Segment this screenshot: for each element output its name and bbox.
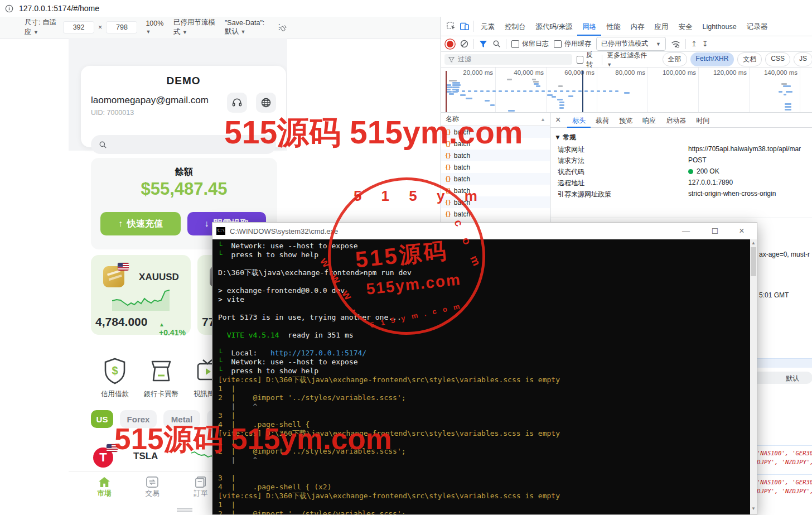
search-icon[interactable]: [492, 40, 501, 48]
details-tab[interactable]: 载荷: [591, 113, 614, 128]
details-tabs: 标头载荷预览响应启动器时间: [567, 113, 714, 128]
us-flag-icon: [118, 263, 129, 271]
close-details-icon[interactable]: ×: [555, 115, 560, 125]
throttling-select[interactable]: 已停用节流模式▼: [596, 37, 666, 51]
request-row[interactable]: {}batch: [441, 161, 550, 173]
market-card-xauusd[interactable]: XAUUSD 4,784.000 ▲ +0.41%: [91, 255, 191, 335]
scroll-up-icon[interactable]: ▲: [750, 240, 757, 246]
devtools-tab[interactable]: Lighthouse: [697, 18, 741, 35]
network-timeline-overview[interactable]: 20,000 ms40,000 ms60,000 ms80,000 ms100,…: [441, 68, 812, 113]
support-button[interactable]: [227, 93, 247, 113]
timeline-activity-bar: [779, 91, 782, 93]
zoom-select[interactable]: 100% ▼: [146, 20, 165, 35]
clear-icon[interactable]: [460, 40, 468, 48]
shortcut-bankcard[interactable]: 銀行卡買幣: [139, 357, 183, 399]
stamp-line1: 515源码: [354, 235, 450, 275]
terminal-line: 1 |: [218, 384, 750, 393]
shortcut-credit[interactable]: $ 信用借款: [93, 357, 137, 399]
default-pill[interactable]: 默认: [749, 372, 812, 384]
timeline-tick-label: 100,000 ms: [652, 69, 696, 76]
terminal-line: [218, 304, 750, 313]
filter-pill[interactable]: 全部: [663, 52, 687, 66]
cmd-scrollbar[interactable]: ▲ ▼: [750, 239, 757, 514]
request-type-pills: 全部Fetch/XHR文档CSSJS: [663, 52, 812, 66]
scroll-down-icon[interactable]: ▼: [750, 506, 757, 511]
details-tab[interactable]: 标头: [567, 113, 591, 128]
timeline-activity-bar: [568, 95, 573, 97]
filter-pill[interactable]: JS: [794, 52, 812, 66]
close-button[interactable]: ×: [729, 223, 755, 239]
details-tab[interactable]: 时间: [691, 113, 714, 128]
nav-market[interactable]: 市場: [85, 477, 124, 498]
timeline-activity-bar: [584, 90, 588, 92]
device-toolbar-menu-icon[interactable]: ⋮: [276, 22, 283, 31]
devtools-tab[interactable]: 内存: [625, 17, 649, 36]
timeline-activity-bar: [784, 94, 786, 95]
down-arrow-icon: ↓: [205, 219, 209, 229]
devtools-tab[interactable]: 安全: [673, 17, 697, 36]
devtools-tab[interactable]: 应用: [649, 17, 673, 36]
record-button[interactable]: [447, 41, 453, 47]
filter-pill[interactable]: 文档: [737, 52, 762, 66]
disable-cache-checkbox[interactable]: 停用缓存: [554, 39, 591, 49]
viewport-height-input[interactable]: 798: [107, 22, 137, 33]
throttle-select[interactable]: 已停用节流模式 ▼: [173, 18, 216, 37]
section-divider: [550, 218, 812, 218]
cmd-titlebar[interactable]: C:\ C:\WINDOWS\system32\cmd.exe — ☐ ×: [212, 223, 757, 239]
details-tab[interactable]: 启动器: [661, 113, 691, 128]
terminal-line: [vite:css] D:\360下载\java\exchange-fronte…: [218, 376, 750, 384]
shield-dollar-icon: $: [102, 357, 128, 385]
inspect-element-icon[interactable]: [446, 21, 456, 31]
more-filters-select[interactable]: 更多过滤条件 ▼: [607, 51, 647, 68]
funnel-icon: [448, 57, 455, 62]
drag-handle[interactable]: [177, 508, 192, 509]
details-tab[interactable]: 预览: [614, 113, 637, 128]
language-button[interactable]: [256, 93, 276, 113]
dimensions-select[interactable]: 尺寸: 自适应 ▼: [25, 18, 59, 37]
scroll-up-icon[interactable]: ▲: [540, 117, 545, 122]
header-row-value: strict-origin-when-cross-origin: [688, 190, 776, 198]
devtools-tab[interactable]: 元素: [476, 17, 500, 36]
network-conditions-icon[interactable]: [671, 40, 680, 48]
device-toolbar-icon[interactable]: [460, 21, 470, 31]
tab-us[interactable]: US: [91, 410, 113, 428]
request-row[interactable]: {}batch: [441, 173, 550, 185]
preserve-log-checkbox[interactable]: 保留日志: [511, 39, 549, 49]
invert-checkbox[interactable]: 反转: [577, 50, 597, 69]
terminal-line: 2 | @import '../styles/variables.scss';: [218, 509, 750, 514]
timeline-tick-label: 60,000 ms: [551, 69, 594, 76]
timeline-activity-bar: [534, 83, 539, 85]
filter-pill[interactable]: CSS: [765, 52, 790, 66]
filter-pill[interactable]: Fetch/XHR: [690, 52, 734, 66]
devtools-tab[interactable]: 性能: [601, 17, 625, 36]
import-har-icon[interactable]: ↥: [691, 40, 697, 48]
general-section-title[interactable]: ▼ 常规: [554, 133, 576, 142]
document-icon: [195, 477, 207, 488]
devtools-tab[interactable]: 控制台: [500, 17, 531, 36]
watermark-banner-bottom: 515源码 515ym.com: [114, 420, 392, 460]
filter-input[interactable]: 过滤: [444, 54, 572, 65]
viewport-width-input[interactable]: 392: [64, 22, 94, 33]
info-icon[interactable]: [5, 4, 13, 13]
xhr-braces-icon: {}: [446, 164, 451, 170]
devtools-tabbar: 元素控制台源代码/来源网络性能内存应用安全Lighthouse记录器: [441, 17, 812, 36]
network-toolbar: 保留日志 停用缓存 已停用节流模式▼ ↥ ↧: [441, 36, 812, 52]
timeline-activity-bar: [462, 90, 465, 92]
export-har-icon[interactable]: ↧: [702, 40, 708, 48]
balance-amount: $55,487.45: [91, 179, 277, 199]
maximize-button[interactable]: ☐: [702, 223, 728, 239]
minimize-button[interactable]: —: [673, 223, 699, 239]
details-tab[interactable]: 响应: [637, 113, 661, 128]
scrollbar-thumb[interactable]: [751, 247, 756, 276]
url-text[interactable]: 127.0.0.1:5174/#/home: [19, 4, 99, 13]
devtools-tab[interactable]: 源代码/来源: [531, 17, 578, 36]
browser-url-bar[interactable]: 127.0.0.1:5174/#/home: [0, 0, 812, 17]
deposit-button[interactable]: ↑快速充值: [100, 212, 181, 235]
header-row-value: 127.0.0.1:7890: [688, 179, 733, 186]
devtools-tab[interactable]: 记录器: [742, 17, 773, 36]
timeline-activity-bar: [452, 86, 460, 88]
filter-icon[interactable]: [479, 40, 487, 48]
nav-trade[interactable]: 交易: [133, 477, 172, 498]
save-data-select[interactable]: "Save-Data": 默认 ▼: [225, 19, 272, 36]
devtools-tab[interactable]: 网络: [577, 17, 601, 36]
